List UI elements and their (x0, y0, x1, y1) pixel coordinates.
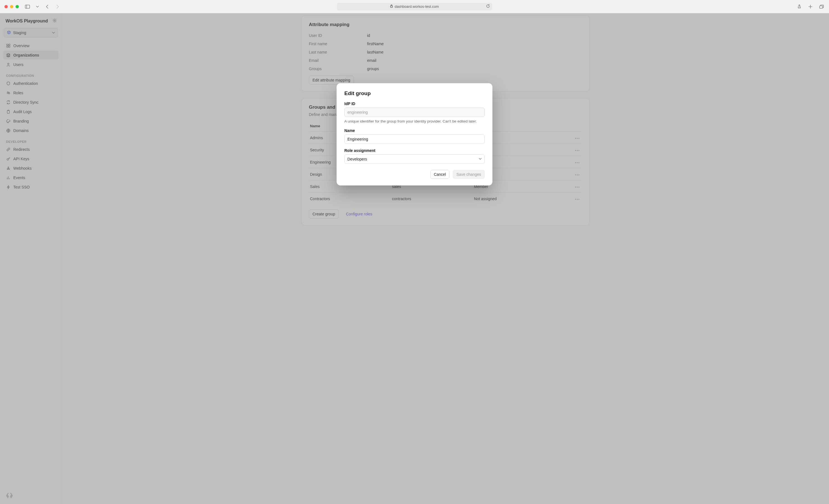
browser-chrome: dashboard.workos-test.com (0, 0, 829, 13)
nav-forward-icon (55, 4, 61, 10)
share-icon[interactable] (796, 4, 802, 10)
modal-title: Edit group (345, 91, 484, 97)
idp-id-hint: A unique identifier for the group from y… (345, 119, 484, 123)
name-input[interactable] (345, 135, 484, 144)
lock-icon (390, 4, 393, 9)
svg-rect-2 (391, 6, 393, 7)
save-changes-button[interactable]: Save changes (453, 170, 484, 179)
edit-group-modal: Edit group IdP ID A unique identifier fo… (336, 83, 493, 185)
window-minimize-icon[interactable] (10, 5, 13, 8)
address-url: dashboard.workos-test.com (395, 4, 439, 9)
tabs-icon[interactable] (819, 4, 825, 10)
modal-overlay[interactable]: Edit group IdP ID A unique identifier fo… (0, 13, 829, 504)
svg-rect-5 (820, 6, 823, 8)
window-close-icon[interactable] (4, 5, 8, 8)
idp-id-label: IdP ID (345, 102, 484, 106)
address-bar[interactable]: dashboard.workos-test.com (337, 3, 492, 10)
nav-back-icon[interactable] (44, 4, 50, 10)
svg-rect-0 (25, 5, 30, 8)
cancel-button[interactable]: Cancel (430, 170, 450, 179)
chevron-down-icon[interactable] (34, 4, 40, 10)
name-label: Name (345, 129, 484, 133)
window-zoom-icon[interactable] (15, 5, 19, 8)
role-assignment-select[interactable]: Developers (345, 154, 484, 164)
window-controls (4, 5, 19, 8)
new-tab-icon[interactable] (807, 4, 814, 10)
sidebar-toggle-icon[interactable] (25, 4, 31, 10)
role-assignment-label: Role assignment (345, 148, 484, 153)
idp-id-input (345, 108, 484, 117)
reload-icon[interactable] (486, 4, 490, 9)
